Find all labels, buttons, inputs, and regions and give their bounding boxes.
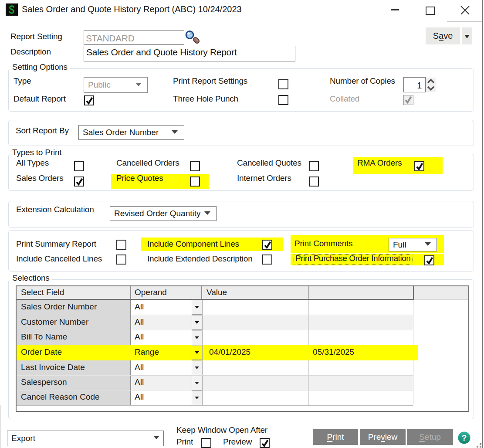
svg-text:?: ? bbox=[462, 433, 467, 442]
